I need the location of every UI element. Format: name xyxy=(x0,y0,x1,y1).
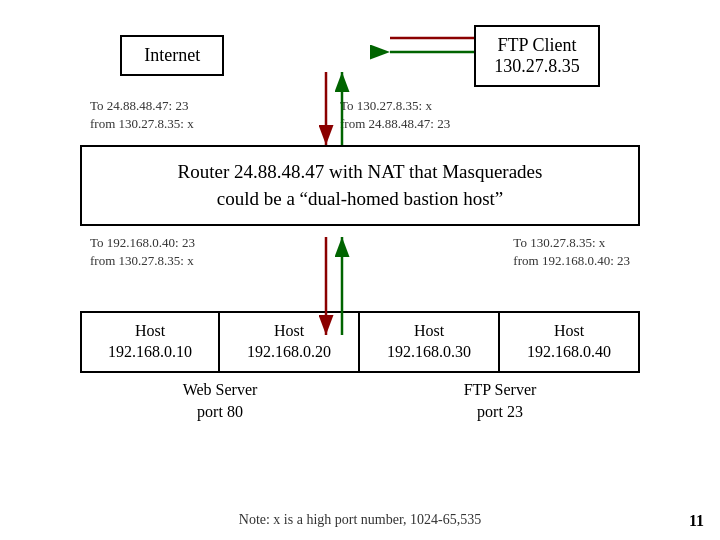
server-labels-row: Web Server port 80 FTP Server port 23 xyxy=(80,379,640,424)
web-server-label: Web Server port 80 xyxy=(80,379,360,424)
ftp-client-line1: FTP Client xyxy=(494,35,580,56)
host-2-line1: Host xyxy=(224,321,354,342)
ftp-server-label: FTP Server port 23 xyxy=(360,379,640,424)
ftp-client-line2: 130.27.8.35 xyxy=(494,56,580,77)
hosts-row: Host 192.168.0.10 Host 192.168.0.20 Host… xyxy=(80,311,640,373)
note-text: Note: x is a high port number, 1024-65,5… xyxy=(239,512,481,527)
mid-left-annotation: To 192.168.0.40: 23 from 130.27.8.35: x xyxy=(90,234,195,270)
web-server-line1: Web Server xyxy=(80,379,360,401)
host-1-line2: 192.168.0.10 xyxy=(86,342,214,363)
router-box: Router 24.88.48.47 with NAT that Masquer… xyxy=(80,145,640,226)
host-3-line1: Host xyxy=(364,321,494,342)
top-left-line2: from 130.27.8.35: x xyxy=(90,115,194,133)
ftp-server-line2: port 23 xyxy=(360,401,640,423)
top-left-annotation: To 24.88.48.47: 23 from 130.27.8.35: x xyxy=(90,97,194,133)
top-left-line1: To 24.88.48.47: 23 xyxy=(90,97,194,115)
bottom-note: Note: x is a high port number, 1024-65,5… xyxy=(0,512,720,528)
top-right-line1: To 130.27.8.35: x xyxy=(340,97,450,115)
page: Internet FTP Client 130.27.8.35 To 24.88… xyxy=(0,0,720,540)
mid-left-line2: from 130.27.8.35: x xyxy=(90,252,195,270)
mid-right-line1: To 130.27.8.35: x xyxy=(513,234,630,252)
host-2-line2: 192.168.0.20 xyxy=(224,342,354,363)
mid-right-annotation: To 130.27.8.35: x from 192.168.0.40: 23 xyxy=(513,234,630,270)
router-line2: could be a “dual-homed bastion host” xyxy=(102,186,618,213)
host-box-1: Host 192.168.0.10 xyxy=(80,311,220,373)
internet-box: Internet xyxy=(120,35,224,76)
host-4-line1: Host xyxy=(504,321,634,342)
host-box-4: Host 192.168.0.40 xyxy=(500,311,640,373)
router-line1: Router 24.88.48.47 with NAT that Masquer… xyxy=(102,159,618,186)
ftp-client-box: FTP Client 130.27.8.35 xyxy=(474,25,600,87)
mid-right-line2: from 192.168.0.40: 23 xyxy=(513,252,630,270)
top-right-line2: from 24.88.48.47: 23 xyxy=(340,115,450,133)
top-annotations: To 24.88.48.47: 23 from 130.27.8.35: x T… xyxy=(80,93,640,145)
mid-left-line1: To 192.168.0.40: 23 xyxy=(90,234,195,252)
internet-label: Internet xyxy=(144,45,200,65)
host-3-line2: 192.168.0.30 xyxy=(364,342,494,363)
ftp-server-line1: FTP Server xyxy=(360,379,640,401)
host-4-line2: 192.168.0.40 xyxy=(504,342,634,363)
mid-section: To 192.168.0.40: 23 from 130.27.8.35: x … xyxy=(80,226,640,311)
web-server-line2: port 80 xyxy=(80,401,360,423)
host-1-line1: Host xyxy=(86,321,214,342)
page-number: 11 xyxy=(689,512,704,530)
top-right-annotation: To 130.27.8.35: x from 24.88.48.47: 23 xyxy=(340,97,450,133)
host-box-3: Host 192.168.0.30 xyxy=(360,311,500,373)
host-box-2: Host 192.168.0.20 xyxy=(220,311,360,373)
